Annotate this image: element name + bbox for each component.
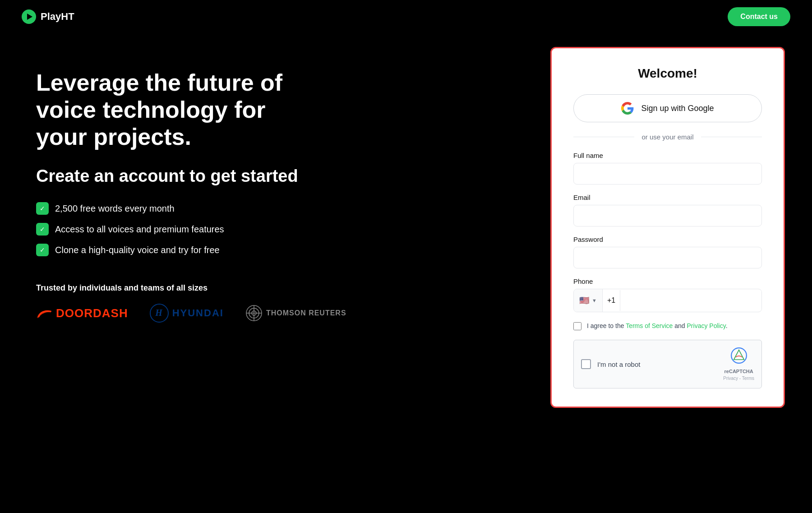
hyundai-logo: H HYUNDAI	[150, 304, 224, 323]
feature-text-3: Clone a high-quality voice and try for f…	[55, 245, 220, 255]
phone-chevron-icon: ▼	[592, 298, 597, 303]
hyundai-emblem: H	[150, 304, 169, 323]
trusted-section: Trusted by individuals and teams of all …	[36, 283, 514, 323]
svg-text:H: H	[155, 308, 163, 318]
trusted-label: Trusted by individuals and teams of all …	[36, 283, 514, 293]
google-signup-button[interactable]: Sign up with Google	[573, 94, 762, 122]
fullname-label: Full name	[573, 152, 762, 159]
divider: or use your email	[573, 133, 762, 141]
doordash-text: DOORDASH	[56, 306, 128, 320]
check-icon-1: ✓	[36, 202, 49, 215]
subheadline: Create an account to get started	[36, 166, 514, 186]
terms-prefix: I agree to the	[587, 322, 626, 329]
phone-group: Phone 🇺🇸 ▼ +1	[573, 277, 762, 312]
phone-country-code: +1	[603, 290, 620, 311]
email-input[interactable]	[573, 205, 762, 226]
terms-of-service-link[interactable]: Terms of Service	[626, 322, 673, 329]
password-input[interactable]	[573, 247, 762, 268]
terms-row: I agree to the Terms of Service and Priv…	[573, 321, 762, 331]
email-group: Email	[573, 194, 762, 226]
privacy-policy-link[interactable]: Privacy Policy	[687, 322, 726, 329]
flag-emoji: 🇺🇸	[579, 296, 589, 305]
check-icon-3: ✓	[36, 244, 49, 256]
feature-item-2: ✓ Access to all voices and premium featu…	[36, 223, 514, 236]
phone-number-input[interactable]	[620, 290, 761, 311]
main-content: Leverage the future of voice technology …	[0, 33, 812, 513]
phone-label: Phone	[573, 277, 762, 285]
contact-button[interactable]: Contact us	[728, 7, 790, 26]
phone-row: 🇺🇸 ▼ +1	[573, 289, 762, 312]
header: PlayHT Contact us	[0, 0, 812, 33]
feature-item-1: ✓ 2,500 free words every month	[36, 202, 514, 215]
feature-item-3: ✓ Clone a high-quality voice and try for…	[36, 244, 514, 256]
feature-text-2: Access to all voices and premium feature…	[55, 224, 224, 235]
google-btn-label: Sign up with Google	[641, 104, 714, 113]
recaptcha-right: reCAPTCHA Privacy - Terms	[723, 347, 754, 381]
divider-line-right	[701, 137, 762, 137]
logo-text: PlayHT	[41, 11, 74, 23]
recaptcha-svg	[731, 347, 747, 364]
playht-logo-icon	[22, 9, 36, 24]
google-icon	[621, 102, 634, 115]
check-icon-2: ✓	[36, 223, 49, 236]
feature-text-1: 2,500 free words every month	[55, 203, 175, 214]
phone-flag-selector[interactable]: 🇺🇸 ▼	[574, 289, 603, 312]
divider-line-left	[573, 137, 634, 137]
features-list: ✓ 2,500 free words every month ✓ Access …	[36, 202, 514, 256]
brand-logos: DOORDASH H HYUNDAI	[36, 304, 514, 323]
left-panel: Leverage the future of voice technology …	[0, 33, 550, 341]
recaptcha-logo-icon	[731, 347, 747, 367]
divider-text: or use your email	[641, 133, 693, 141]
doordash-logo: DOORDASH	[36, 306, 128, 320]
recaptcha-left: I'm not a robot	[581, 359, 640, 369]
terms-checkbox[interactable]	[573, 322, 581, 330]
recaptcha-links-text: Privacy - Terms	[723, 376, 754, 381]
recaptcha-label: I'm not a robot	[597, 360, 640, 368]
thomson-emblem	[245, 305, 263, 322]
form-title: Welcome!	[573, 66, 762, 81]
fullname-input[interactable]	[573, 163, 762, 185]
password-group: Password	[573, 236, 762, 268]
headline: Leverage the future of voice technology …	[36, 69, 307, 150]
terms-suffix: .	[726, 322, 728, 329]
recaptcha-checkbox[interactable]	[581, 359, 591, 369]
recaptcha-box[interactable]: I'm not a robot reCAPTCHA Privacy - Term…	[573, 340, 762, 388]
thomson-text: THOMSON REUTERS	[266, 309, 346, 317]
fullname-group: Full name	[573, 152, 762, 185]
logo-area: PlayHT	[22, 9, 74, 24]
terms-and: and	[673, 322, 687, 329]
terms-text: I agree to the Terms of Service and Priv…	[587, 321, 728, 331]
doordash-swoosh-icon	[36, 307, 52, 319]
email-label: Email	[573, 194, 762, 201]
hyundai-text: HYUNDAI	[172, 307, 224, 319]
password-label: Password	[573, 236, 762, 243]
signup-form-panel: Welcome! Sign up with Google or use your…	[550, 47, 785, 408]
thomson-reuters-logo: THOMSON REUTERS	[245, 305, 346, 322]
recaptcha-brand-text: reCAPTCHA	[724, 369, 753, 374]
